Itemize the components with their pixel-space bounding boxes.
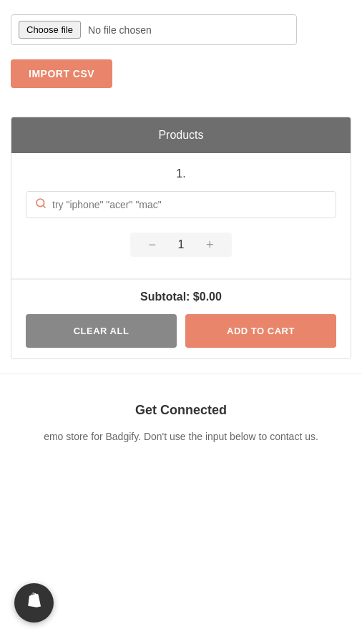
import-csv-button[interactable]: IMPORT CSV (11, 59, 112, 88)
no-file-text: No file chosen (88, 24, 152, 36)
product-number: 1. (26, 167, 336, 180)
choose-file-button[interactable]: Choose file (19, 21, 81, 39)
svg-line-1 (43, 205, 45, 208)
quantity-increase-button[interactable]: + (202, 238, 217, 251)
file-input-wrapper: Choose file No file chosen (11, 14, 297, 45)
search-icon (35, 197, 47, 212)
quantity-section: − 1 + (26, 233, 336, 257)
add-to-cart-button[interactable]: ADD TO CART (185, 314, 336, 348)
get-connected-description: emo store for Badgify. Don't use the inp… (14, 429, 348, 444)
get-connected-section: Get Connected emo store for Badgify. Don… (0, 374, 362, 459)
quantity-decrease-button[interactable]: − (145, 238, 160, 251)
product-item: 1. − 1 + (11, 153, 351, 279)
import-section: IMPORT CSV (0, 52, 362, 102)
search-input[interactable] (52, 199, 327, 210)
file-input-section: Choose file No file chosen (0, 0, 362, 52)
products-section: Products 1. − 1 + Subtotal: $0.00 (11, 117, 351, 359)
subtotal-text: Subtotal: $0.00 (26, 291, 336, 303)
action-buttons: CLEAR ALL ADD TO CART (26, 314, 336, 348)
search-wrapper[interactable] (26, 191, 336, 218)
shopify-icon (24, 591, 44, 615)
shopify-badge[interactable] (14, 583, 54, 623)
quantity-wrapper: − 1 + (130, 233, 231, 257)
products-title: Products (158, 129, 203, 141)
subtotal-section: Subtotal: $0.00 CLEAR ALL ADD TO CART (11, 279, 351, 358)
products-header: Products (11, 117, 351, 153)
get-connected-title: Get Connected (14, 403, 348, 418)
clear-all-button[interactable]: CLEAR ALL (26, 314, 177, 348)
quantity-value: 1 (174, 238, 188, 251)
